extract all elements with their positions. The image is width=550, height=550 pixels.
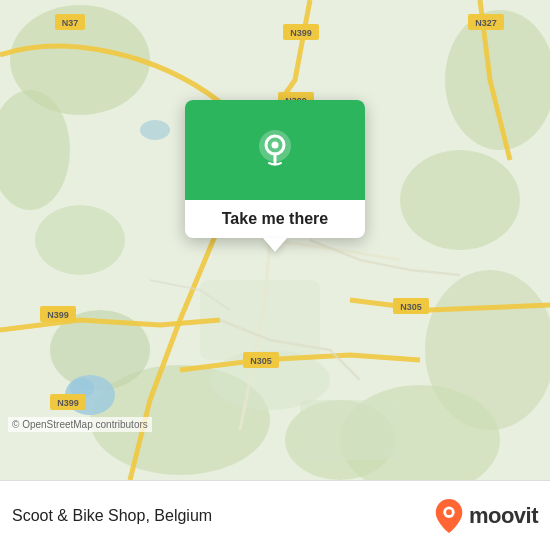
map-view: N37 N399 N327 N399 N399 N305 N305 N399 ©…	[0, 0, 550, 480]
svg-point-37	[446, 509, 452, 515]
svg-point-4	[400, 150, 520, 250]
popup-card[interactable]: Take me there	[185, 100, 365, 238]
moovit-pin-icon	[433, 497, 465, 535]
svg-text:N305: N305	[400, 302, 422, 312]
svg-text:N399: N399	[290, 28, 312, 38]
svg-point-3	[445, 10, 550, 150]
svg-text:N327: N327	[475, 18, 497, 28]
svg-point-35	[272, 142, 279, 149]
svg-text:N399: N399	[47, 310, 69, 320]
svg-text:N37: N37	[62, 18, 79, 28]
take-me-there-button[interactable]: Take me there	[204, 200, 346, 238]
location-pin-icon	[253, 128, 297, 172]
map-attribution: © OpenStreetMap contributors	[8, 417, 152, 432]
svg-point-10	[35, 205, 125, 275]
moovit-logo: moovit	[433, 497, 538, 535]
svg-text:N305: N305	[250, 356, 272, 366]
moovit-brand-text: moovit	[469, 503, 538, 529]
svg-text:N399: N399	[57, 398, 79, 408]
svg-rect-13	[300, 400, 400, 460]
popup-green-header	[185, 100, 365, 200]
bottom-bar: Scoot & Bike Shop, Belgium moovit	[0, 480, 550, 550]
shop-name-label: Scoot & Bike Shop, Belgium	[12, 507, 212, 525]
svg-point-16	[140, 120, 170, 140]
